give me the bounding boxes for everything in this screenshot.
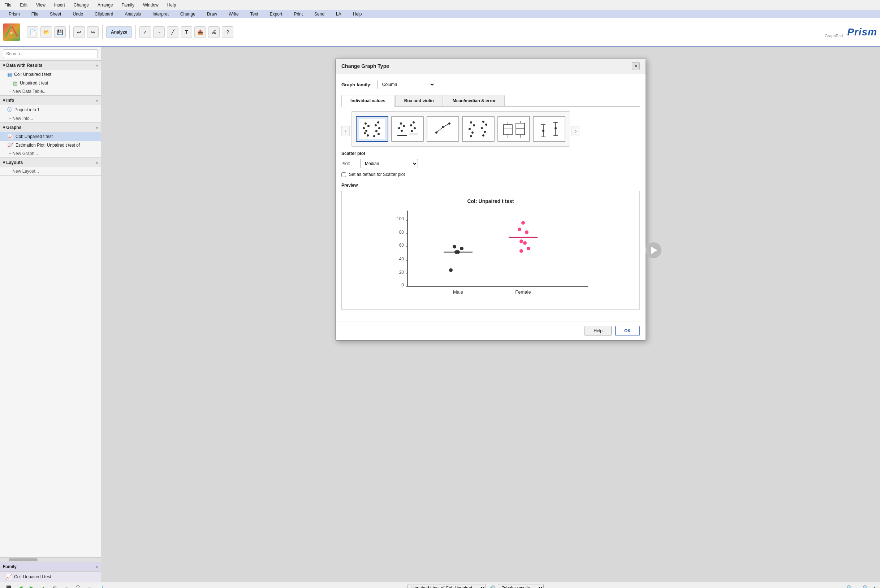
ribbon-tab-undo[interactable]: Undo — [67, 10, 89, 18]
sidebar-subitem-unpaired-t-test[interactable]: ▤ Unpaired t test — [0, 79, 101, 87]
tab-box-violin[interactable]: Box and violin — [395, 95, 443, 106]
nav-doc-button[interactable]: ≣ — [85, 584, 94, 588]
link-icon: 🔗 — [489, 585, 495, 588]
svg-point-6 — [364, 132, 366, 134]
graph-thumb-line[interactable] — [426, 116, 459, 142]
ribbon-tab-draw[interactable]: Draw — [201, 10, 223, 18]
svg-point-15 — [400, 123, 402, 124]
nav-grid-button[interactable]: ⊞ — [51, 584, 59, 588]
sidebar-family-expand[interactable]: » — [96, 565, 98, 569]
graph-thumb-scatter-lines[interactable] — [391, 116, 424, 142]
ribbon-tab-write[interactable]: Write — [223, 10, 245, 18]
menu-change[interactable]: Change — [72, 2, 90, 8]
menu-family[interactable]: Family — [120, 2, 136, 8]
sidebar-family-item-col[interactable]: 📈 Col: Unpaired t test — [0, 572, 101, 582]
ribbon-tab-text[interactable]: Text — [245, 10, 264, 18]
search-input[interactable] — [3, 50, 98, 58]
sidebar-item-project-info[interactable]: ⓘ Project info 1 — [0, 105, 101, 114]
sidebar-add-graph[interactable]: + New Graph... — [0, 150, 101, 158]
ribbon-btn-help-ribbon[interactable]: ? — [222, 26, 233, 38]
ok-button[interactable]: OK — [615, 326, 640, 336]
plot-select[interactable]: Median Mean None — [360, 159, 418, 168]
ribbon-tab-change[interactable]: Change — [174, 10, 201, 18]
dialog-body: Graph family: Column XY Grouped Continge… — [336, 74, 646, 321]
tab-mean-median[interactable]: Mean/median & error — [444, 95, 505, 106]
zoom-in-button[interactable]: 🔍 — [862, 584, 870, 588]
nav-first-button[interactable]: ⬛ — [5, 584, 13, 588]
nav-last-button[interactable]: ● — [39, 584, 48, 588]
tab-individual-values[interactable]: Individual values — [341, 95, 395, 107]
graph-thumb-box[interactable] — [497, 116, 530, 142]
menu-view[interactable]: View — [35, 2, 47, 8]
ribbon-btn-interpret[interactable]: ✓ — [140, 26, 151, 38]
help-button[interactable]: Help — [584, 326, 611, 336]
svg-point-17 — [398, 127, 400, 129]
sheet-icon: ▤ — [13, 80, 18, 86]
scroll-right-arrow[interactable]: › — [572, 126, 580, 136]
ribbon-btn-analyze[interactable]: Analyze — [106, 26, 132, 38]
ribbon-tab-help[interactable]: Help — [347, 10, 368, 18]
dialog-close-button[interactable]: ✕ — [632, 62, 640, 70]
ribbon-btn-print[interactable]: 🖨 — [208, 26, 220, 38]
nav-prev-button[interactable]: ◀ — [16, 584, 24, 588]
ribbon-tab-print[interactable]: Print — [288, 10, 308, 18]
graph-thumb-error[interactable] — [533, 116, 565, 142]
sidebar-section-data-header[interactable]: ▾ Data with Results » — [0, 61, 101, 70]
ribbon-btn-new[interactable]: 📄 — [27, 26, 38, 38]
ribbon-btn-text[interactable]: T — [181, 26, 192, 38]
ribbon-btn-export[interactable]: 📤 — [194, 26, 206, 38]
menu-help[interactable]: Help — [166, 2, 178, 8]
sidebar-add-layout[interactable]: + New Layout... — [0, 167, 101, 175]
sidebar-scrollbar[interactable] — [0, 557, 101, 562]
ribbon-tab-sheet[interactable]: Sheet — [44, 10, 67, 18]
ribbon-tab-prism[interactable]: Prism — [3, 10, 26, 18]
menu-arrange[interactable]: Arrange — [96, 2, 114, 8]
ribbon-btn-save[interactable]: 💾 — [54, 26, 66, 38]
menu-file[interactable]: File — [3, 2, 13, 8]
scroll-left-arrow[interactable]: ‹ — [341, 126, 350, 136]
sidebar-item-col-unpaired-graph[interactable]: 📈 Col: Unpaired t test — [0, 132, 101, 141]
menu-edit[interactable]: Edit — [18, 2, 29, 8]
nav-info-button[interactable]: ⓘ — [74, 584, 83, 588]
svg-point-84 — [520, 240, 523, 243]
default-scatter-checkbox[interactable] — [341, 172, 346, 177]
sidebar-section-layouts-expand[interactable]: » — [96, 161, 98, 165]
nav-sheet-button[interactable]: ≡ — [62, 584, 71, 588]
default-scatter-label[interactable]: Set as default for Scatter plot — [349, 172, 405, 177]
sidebar-section-graphs-header[interactable]: ▾ Graphs » — [0, 123, 101, 132]
sidebar-add-data-table[interactable]: + New Data Table... — [0, 87, 101, 95]
ribbon-tab-interpret[interactable]: Interpret — [147, 10, 174, 18]
zoom-out-button[interactable]: 🔍 — [846, 584, 854, 588]
ribbon-btn-redo[interactable]: ↪ — [87, 26, 99, 38]
play-button[interactable] — [646, 242, 661, 258]
ribbon-btn-open[interactable]: 📂 — [41, 26, 52, 38]
sidebar-section-layouts-header[interactable]: ▾ Layouts » — [0, 158, 101, 167]
tabular-results-select[interactable]: Tabular results — [498, 584, 544, 588]
ribbon-tab-analysis[interactable]: Analysis — [119, 10, 147, 18]
graph-thumb-scatter-dots[interactable] — [356, 116, 388, 142]
ribbon-tab-la[interactable]: LA — [330, 10, 347, 18]
ribbon-tab-clipboard[interactable]: Clipboard — [89, 10, 119, 18]
ribbon-tab-file[interactable]: File — [26, 10, 44, 18]
ribbon-btn-draw-line[interactable]: ╱ — [167, 26, 179, 38]
sidebar-section-data-expand[interactable]: » — [96, 64, 98, 68]
ribbon-tab-send[interactable]: Send — [308, 10, 330, 18]
sidebar-add-info[interactable]: + New Info... — [0, 114, 101, 123]
sidebar-family-header[interactable]: Family » — [0, 562, 101, 572]
ribbon-tab-export[interactable]: Export — [264, 10, 288, 18]
graph-family-select[interactable]: Column XY Grouped Contingency Survival P… — [377, 80, 435, 89]
current-item-select[interactable]: Unpaired t test of Col: Unpaired — [407, 584, 486, 588]
sidebar-section-info-header[interactable]: ▾ Info » — [0, 96, 101, 105]
graph-thumb-scatter-both[interactable] — [462, 116, 494, 142]
svg-point-41 — [482, 134, 484, 136]
ribbon-btn-change[interactable]: ~ — [153, 26, 165, 38]
sidebar-section-info-expand[interactable]: » — [96, 99, 98, 103]
nav-next-button[interactable]: ▶ — [27, 584, 36, 588]
menu-window[interactable]: Window — [142, 2, 160, 8]
menu-insert[interactable]: Insert — [53, 2, 66, 8]
nav-chart-button[interactable]: 📊 — [97, 584, 105, 588]
ribbon-btn-undo[interactable]: ↩ — [74, 26, 85, 38]
sidebar-item-estimation-plot[interactable]: 📈 Estimation Plot: Unpaired t test of — [0, 141, 101, 150]
sidebar-item-col-unpaired[interactable]: ▦ Col: Unpaired t test — [0, 70, 101, 79]
sidebar-section-graphs-expand[interactable]: » — [96, 126, 98, 130]
